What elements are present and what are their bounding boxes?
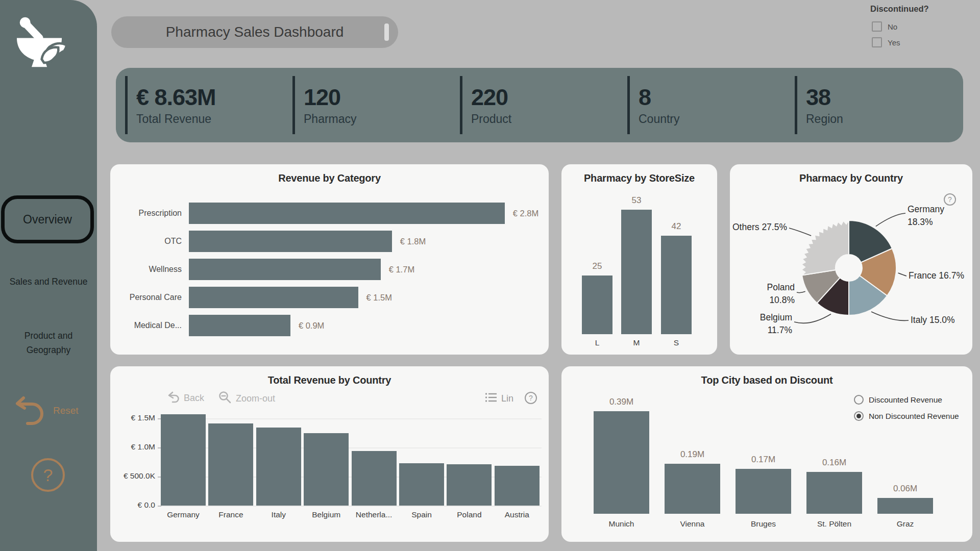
y-axis-tick — [158, 506, 161, 507]
bar[interactable] — [189, 259, 381, 280]
bar-value-label: 25 — [582, 261, 612, 271]
column-chart: 0.39MMunich0.19MVienna0.17MBruges0.16MSt… — [561, 366, 972, 542]
category-label: Bruges — [732, 519, 794, 529]
gridline — [161, 506, 542, 507]
category-label: St. Pölten — [803, 519, 865, 529]
category-label: Wellness — [110, 259, 182, 280]
donut-slice-label: Italy 15.0% — [911, 315, 955, 325]
question-mark: ? — [43, 465, 53, 485]
category-label: Italy — [255, 510, 303, 519]
checkbox-label: Yes — [888, 38, 900, 47]
category-label: Personal Care — [110, 287, 182, 308]
sidebar-item-overview[interactable]: Overview — [1, 195, 94, 243]
revenue-by-category-card: Revenue by Category Prescription€ 2.8MOT… — [110, 164, 549, 355]
label-leader-line — [797, 291, 805, 292]
category-label: Germany — [159, 510, 207, 519]
undo-arrow-icon — [15, 418, 45, 427]
bar[interactable] — [582, 276, 612, 334]
bar[interactable] — [399, 463, 444, 506]
kpi-item: 8Country — [627, 76, 795, 134]
category-label: Netherla... — [350, 510, 398, 519]
bar[interactable] — [189, 203, 505, 224]
kpi-value: 8 — [639, 84, 795, 111]
category-label: France — [207, 510, 255, 519]
gridline — [161, 418, 542, 419]
category-label: OTC — [110, 231, 182, 252]
total-revenue-by-country-card: Total Revenue by Country Back Zoom-out — [110, 366, 549, 542]
bar[interactable] — [304, 433, 349, 506]
donut-slice-label: Germany18.3% — [908, 204, 944, 227]
bar[interactable] — [877, 498, 933, 514]
category-label: Graz — [874, 519, 936, 529]
kpi-label: Pharmacy — [304, 112, 460, 126]
reset-button[interactable]: Reset — [15, 394, 92, 427]
donut-slice-label: Belgium11.7% — [760, 312, 792, 335]
kpi-item: 120Pharmacy — [292, 76, 460, 134]
label-leader-line — [794, 314, 831, 323]
checkbox-row-yes[interactable]: Yes — [872, 37, 900, 47]
horizontal-bar-chart: Prescription€ 2.8MOTC€ 1.8MWellness€ 1.7… — [110, 164, 549, 355]
donut-slice-label: Poland10.8% — [767, 282, 795, 305]
pharmacy-by-storesize-card: Pharmacy by StoreSize 25L53M42S — [561, 164, 717, 355]
category-label: Poland — [445, 510, 493, 519]
bar[interactable] — [806, 472, 862, 514]
kpi-item: € 8.63MTotal Revenue — [125, 76, 292, 134]
sidebar-help-icon[interactable]: ? — [31, 458, 65, 492]
bar[interactable] — [208, 423, 253, 506]
pharmacy-logo-icon — [13, 14, 72, 73]
category-label: L — [582, 338, 612, 347]
bar-value-label: € 2.8M — [513, 203, 538, 224]
category-label: Austria — [493, 510, 541, 519]
bar[interactable] — [447, 464, 492, 506]
y-axis-label: € 0.0 — [111, 500, 155, 510]
category-label: Spain — [398, 510, 446, 519]
label-leader-line — [789, 228, 811, 236]
y-axis-label: € 1.5M — [111, 413, 155, 422]
page-title: Pharmacy Sales Dashboard — [166, 24, 344, 40]
dashboard-title-pill: Pharmacy Sales Dashboard — [111, 16, 398, 48]
bar[interactable] — [189, 231, 392, 252]
bar[interactable] — [189, 287, 358, 308]
sidebar-item-product-and-geography[interactable]: Product and Geography — [8, 329, 89, 357]
kpi-value: 220 — [471, 84, 627, 111]
kpi-label: Region — [806, 112, 962, 126]
bar-value-label: € 1.5M — [366, 287, 392, 308]
bar[interactable] — [495, 466, 540, 506]
bar-value-label: 0.39M — [594, 397, 649, 407]
sidebar-item-sales-and-revenue[interactable]: Sales and Revenue — [0, 274, 97, 289]
donut-slice[interactable] — [801, 220, 849, 276]
category-label: Prescription — [110, 203, 182, 224]
title-pill-handle — [384, 23, 389, 41]
donut-slice-label: Others 27.5% — [732, 222, 787, 232]
checkbox-yes[interactable] — [872, 37, 882, 47]
category-label: Vienna — [662, 519, 723, 529]
kpi-label: Total Revenue — [136, 112, 292, 126]
bar[interactable] — [594, 411, 649, 514]
discontinued-filter: Discontinued? No Yes — [870, 4, 972, 14]
filter-title: Discontinued? — [870, 4, 972, 14]
pharmacy-dashboard: Overview Sales and Revenue Product and G… — [0, 0, 980, 551]
bar[interactable] — [736, 469, 791, 514]
checkbox-row-no[interactable]: No — [872, 21, 897, 32]
bar-value-label: 0.17M — [736, 455, 791, 465]
bar[interactable] — [161, 414, 206, 506]
bar[interactable] — [661, 236, 692, 334]
kpi-item: 220Product — [460, 76, 627, 134]
bar[interactable] — [621, 210, 652, 334]
bar-value-label: 0.19M — [665, 449, 720, 460]
bar[interactable] — [256, 428, 301, 506]
bar[interactable] — [665, 464, 720, 514]
bar[interactable] — [189, 315, 290, 336]
checkbox-no[interactable] — [872, 21, 882, 32]
pharmacy-by-country-card: Pharmacy by Country ? Germany18.3%France… — [730, 164, 972, 355]
label-leader-line — [898, 273, 907, 276]
sidebar: Overview Sales and Revenue Product and G… — [0, 0, 97, 551]
bar[interactable] — [352, 451, 397, 506]
y-axis-label: € 1.0M — [111, 442, 155, 452]
reset-label: Reset — [53, 405, 79, 416]
kpi-value: 38 — [806, 84, 962, 111]
top-city-discount-card: Top City based on Discount Discounted Re… — [561, 366, 972, 542]
category-label: Munich — [591, 519, 652, 529]
donut-chart: Germany18.3%France 16.7%Italy 15.0%Belgi… — [730, 164, 972, 355]
column-chart: 25L53M42S — [561, 164, 717, 355]
